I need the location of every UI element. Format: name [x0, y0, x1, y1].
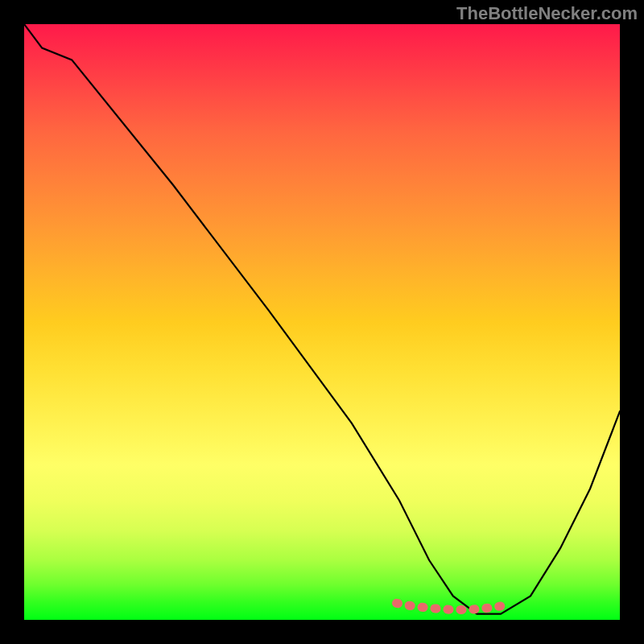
highlight-segment: [397, 603, 510, 609]
plot-area: [24, 24, 620, 620]
chart-frame: TheBottleNecker.com: [0, 0, 644, 644]
watermark-text: TheBottleNecker.com: [456, 3, 638, 24]
curve-layer: [24, 24, 620, 620]
bottleneck-curve: [24, 24, 620, 614]
